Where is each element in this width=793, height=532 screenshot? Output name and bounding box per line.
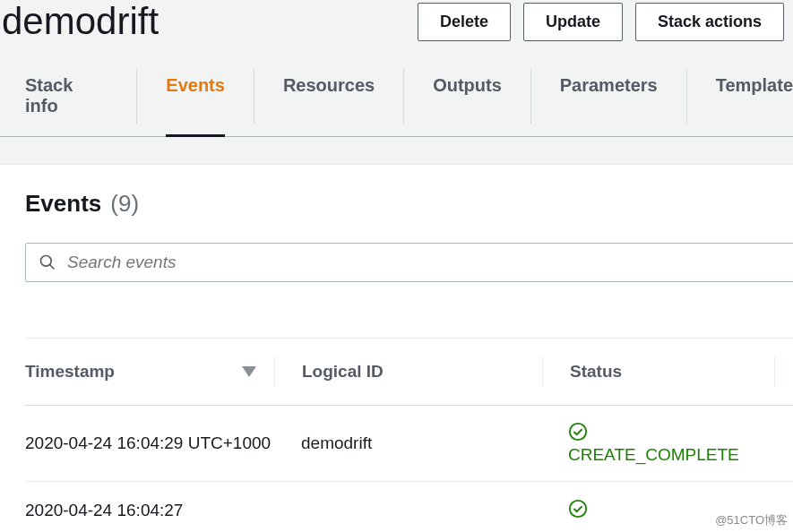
svg-point-0 (41, 256, 52, 267)
tab-resources[interactable]: Resources (283, 56, 375, 136)
table-header-row: Timestamp Logical ID Status (25, 339, 793, 406)
col-header-timestamp-label: Timestamp (25, 362, 115, 382)
col-header-status[interactable]: Status (543, 362, 774, 382)
tab-divider (254, 68, 254, 124)
tab-template[interactable]: Template (716, 56, 793, 136)
col-header-timestamp[interactable]: Timestamp (25, 362, 274, 382)
svg-marker-2 (242, 366, 256, 377)
table-row: 2020-04-24 16:04:27 (25, 482, 793, 532)
svg-line-1 (50, 265, 55, 270)
tab-parameters[interactable]: Parameters (560, 56, 658, 136)
events-panel-title: Events (25, 190, 101, 218)
success-check-icon (568, 422, 588, 442)
search-input[interactable] (67, 253, 791, 272)
delete-button[interactable]: Delete (418, 3, 511, 41)
status-text: CREATE_COMPLETE (568, 445, 739, 465)
col-divider (774, 356, 775, 387)
col-header-status-label: Status (570, 362, 622, 382)
stack-title: demodrift (0, 0, 159, 43)
cell-logical-id: demodrift (274, 433, 541, 453)
events-panel-header: Events (9) (25, 190, 793, 218)
sort-desc-icon (242, 366, 256, 377)
tab-stack-info[interactable]: Stack info (25, 56, 108, 136)
cell-timestamp: 2020-04-24 16:04:29 UTC+1000 (25, 431, 274, 457)
events-panel: Events (9) Timestamp Logical ID Status (0, 164, 793, 532)
col-header-logical-id[interactable]: Logical ID (275, 362, 542, 382)
update-button[interactable]: Update (523, 3, 623, 41)
cell-timestamp: 2020-04-24 16:04:27 (25, 498, 274, 524)
success-check-icon (568, 499, 588, 519)
table-row: 2020-04-24 16:04:29 UTC+1000 demodrift C… (25, 406, 793, 482)
tab-divider (403, 68, 404, 124)
svg-point-4 (570, 501, 586, 517)
search-container[interactable] (25, 243, 793, 282)
tab-bar: Stack info Events Resources Outputs Para… (0, 56, 793, 137)
tab-divider (136, 68, 137, 124)
watermark: @51CTO博客 (715, 512, 788, 528)
tab-outputs[interactable]: Outputs (433, 56, 502, 136)
cell-status: CREATE_COMPLETE (541, 422, 772, 465)
tab-divider (530, 68, 531, 124)
tab-events[interactable]: Events (166, 56, 225, 136)
action-bar: Delete Update Stack actions (418, 3, 784, 41)
events-count: (9) (110, 190, 139, 218)
tab-divider (686, 68, 687, 124)
svg-point-3 (570, 424, 586, 440)
events-table: Timestamp Logical ID Status 2020-04-24 1… (25, 338, 793, 532)
stack-actions-button[interactable]: Stack actions (635, 3, 784, 41)
search-icon (39, 253, 56, 271)
col-header-logical-id-label: Logical ID (302, 362, 384, 382)
